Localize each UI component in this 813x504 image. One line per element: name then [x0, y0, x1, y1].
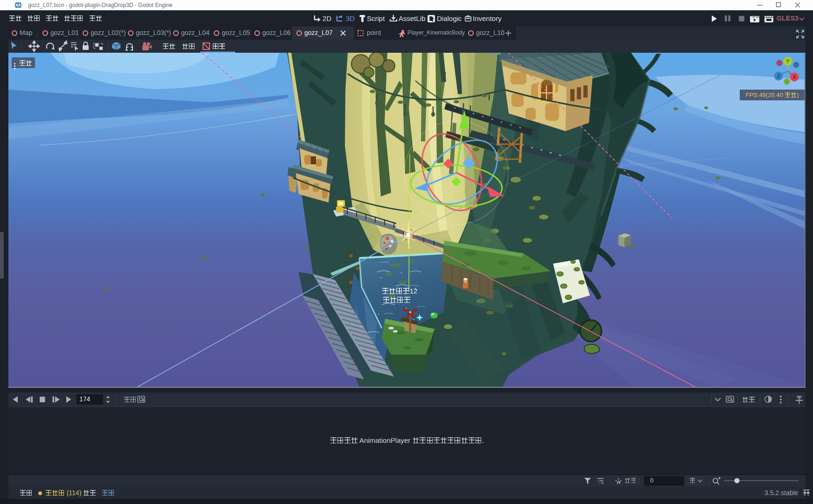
svg-text:X: X [792, 74, 796, 80]
svg-text:Y: Y [786, 58, 790, 64]
svg-text:Z: Z [777, 73, 780, 79]
